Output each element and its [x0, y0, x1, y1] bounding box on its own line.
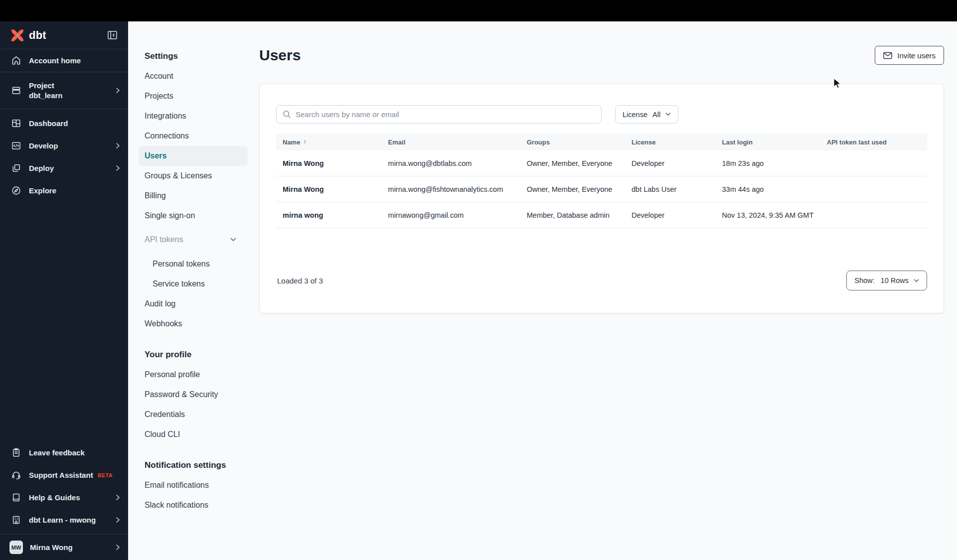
sidebar-item-develop[interactable]: Develop: [0, 135, 128, 157]
sidebar-item-label: Explore: [29, 186, 120, 195]
sidebar-item-support-assistant[interactable]: Support Assistant BETA: [0, 464, 128, 486]
cell-license: dbt Labs User: [625, 185, 716, 193]
sidebar-user-menu[interactable]: MW Mirna Wong: [0, 535, 128, 560]
chevron-right-icon: [116, 517, 120, 523]
column-header-label: License: [632, 139, 655, 146]
cell-groups: Member, Database admin: [520, 211, 625, 219]
sidebar-item-label: Support Assistant: [29, 471, 93, 479]
settings-nav-connections[interactable]: Connections: [128, 126, 254, 146]
settings-nav-personal-profile[interactable]: Personal profile: [128, 365, 254, 385]
column-header-last-login[interactable]: Last login: [716, 139, 820, 146]
sidebar-item-dashboard[interactable]: Dashboard: [0, 112, 128, 135]
sidebar-item-label: Leave feedback: [29, 448, 120, 457]
deploy-icon: [10, 163, 21, 173]
cell-email: mirnawong@gmail.com: [382, 211, 520, 219]
settings-nav-api-tokens[interactable]: API tokens: [128, 230, 254, 250]
column-header-name[interactable]: Name ↑: [276, 139, 382, 146]
settings-nav-projects[interactable]: Projects: [128, 86, 254, 106]
cell-last-login: 33m 44s ago: [716, 185, 820, 193]
column-header-label: Groups: [527, 139, 550, 146]
settings-nav-single-sign-on[interactable]: Single sign-on: [128, 206, 254, 226]
your-profile-heading: Your profile: [128, 345, 254, 365]
table-row[interactable]: Mirna Wong mirna.wong@dbtlabs.com Owner,…: [276, 150, 927, 176]
cell-groups: Owner, Member, Everyone: [520, 159, 625, 167]
sidebar-item-label: Deploy: [29, 164, 108, 172]
app-sidebar: dbt Account home: [0, 21, 128, 560]
settings-nav-groups-licenses[interactable]: Groups & Licenses: [128, 166, 254, 186]
sidebar-project-name: dbt_learn: [29, 91, 108, 100]
license-filter-value: All: [652, 111, 660, 119]
column-header-api-token[interactable]: API token last used: [820, 139, 927, 146]
settings-nav-audit-log[interactable]: Audit log: [128, 294, 254, 314]
sidebar-collapse-button[interactable]: [108, 31, 117, 39]
sidebar-item-label: Help & Guides: [29, 493, 108, 502]
sidebar-item-project[interactable]: Project dbt_learn: [0, 72, 128, 109]
settings-nav-personal-tokens[interactable]: Personal tokens: [128, 254, 254, 274]
headset-icon: [10, 470, 21, 480]
notification-settings-heading: Notification settings: [128, 455, 254, 475]
table-row[interactable]: mirna wong mirnawong@gmail.com Member, D…: [276, 202, 927, 228]
chevron-right-icon: [116, 87, 120, 94]
cell-license: Developer: [625, 211, 716, 219]
settings-nav-webhooks[interactable]: Webhooks: [128, 314, 254, 334]
chevron-right-icon: [116, 544, 120, 551]
settings-nav-billing[interactable]: Billing: [128, 186, 254, 206]
settings-heading: Settings: [128, 46, 254, 66]
settings-nav-account[interactable]: Account: [128, 66, 254, 86]
column-header-label: Last login: [722, 139, 753, 146]
settings-nav-email-notifications[interactable]: Email notifications: [128, 475, 254, 495]
sidebar-item-label: Develop: [29, 141, 108, 150]
sidebar-item-account-home[interactable]: Account home: [0, 49, 128, 72]
chevron-right-icon: [116, 165, 120, 171]
column-header-groups[interactable]: Groups: [520, 139, 625, 146]
chevron-down-icon: [914, 279, 919, 282]
dbt-logo[interactable]: dbt: [10, 28, 46, 43]
sidebar-item-label: Dashboard: [29, 119, 120, 128]
loaded-count: Loaded 3 of 3: [276, 277, 323, 285]
book-icon: [10, 492, 21, 503]
rows-per-page-button[interactable]: Show: 10 Rows: [846, 271, 927, 290]
compass-icon: [10, 185, 21, 196]
show-value: 10 Rows: [881, 277, 909, 284]
settings-nav-service-tokens[interactable]: Service tokens: [128, 274, 254, 294]
table-row[interactable]: Mirna Wong mirna.wong@fishtownanalytics.…: [276, 176, 927, 202]
sidebar-item-leave-feedback[interactable]: Leave feedback: [0, 441, 128, 464]
settings-nav: Settings Account Projects Integrations C…: [128, 21, 254, 560]
cell-name: mirna wong: [276, 211, 382, 219]
invite-users-label: Invite users: [897, 51, 936, 60]
search-input[interactable]: [296, 110, 595, 119]
beta-badge: BETA: [98, 472, 113, 478]
sidebar-item-label: Account home: [29, 56, 120, 65]
settings-nav-integrations[interactable]: Integrations: [128, 106, 254, 126]
settings-nav-credentials[interactable]: Credentials: [128, 405, 254, 424]
cell-groups: Owner, Member, Everyone: [520, 185, 625, 193]
settings-nav-password-security[interactable]: Password & Security: [128, 385, 254, 405]
column-header-label: Email: [388, 139, 406, 146]
sidebar-item-label: dbt Learn - mwong: [29, 516, 108, 524]
settings-nav-cloud-cli[interactable]: Cloud CLI: [128, 424, 254, 444]
chevron-down-icon: [665, 113, 671, 116]
cell-name: Mirna Wong: [276, 159, 382, 167]
sidebar-item-account-switcher[interactable]: dbt Learn - mwong: [0, 509, 128, 531]
page-title: Users: [259, 47, 301, 64]
sort-ascending-icon: ↑: [303, 139, 306, 145]
chevron-right-icon: [116, 142, 120, 149]
cell-name: Mirna Wong: [276, 185, 382, 193]
invite-users-button[interactable]: Invite users: [875, 46, 944, 65]
license-filter-button[interactable]: License All: [615, 105, 678, 124]
dbt-logo-text: dbt: [29, 29, 46, 42]
settings-nav-slack-notifications[interactable]: Slack notifications: [128, 495, 254, 515]
cell-license: Developer: [625, 159, 716, 167]
sidebar-item-help-guides[interactable]: Help & Guides: [0, 486, 128, 509]
chevron-right-icon: [116, 494, 120, 501]
sidebar-item-explore[interactable]: Explore: [0, 179, 128, 202]
table-header-row: Name ↑ Email Groups License Last login A…: [276, 134, 927, 150]
column-header-license[interactable]: License: [625, 139, 716, 146]
collapse-panel-icon: [108, 31, 117, 39]
column-header-email[interactable]: Email: [382, 139, 520, 146]
settings-nav-users[interactable]: Users: [139, 146, 248, 166]
column-header-label: Name: [283, 139, 300, 146]
sidebar-item-deploy[interactable]: Deploy: [0, 157, 128, 179]
envelope-icon: [883, 52, 892, 59]
users-card: License All Name ↑ Email Groups License: [259, 84, 944, 313]
